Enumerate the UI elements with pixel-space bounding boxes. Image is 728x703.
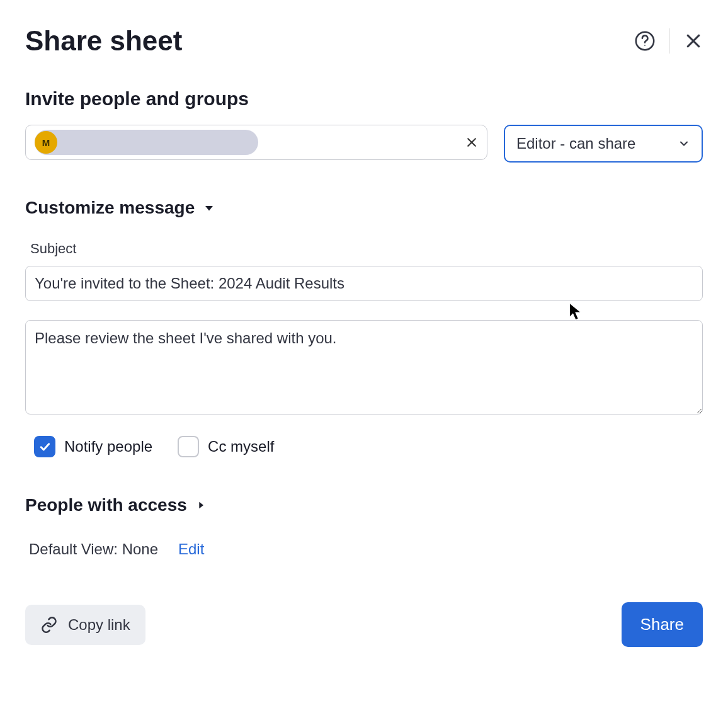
- invite-section: Invite people and groups M Editor - can …: [25, 88, 703, 163]
- notify-label: Notify people: [64, 438, 152, 455]
- copy-link-button[interactable]: Copy link: [25, 605, 145, 645]
- access-heading: People with access: [25, 495, 187, 515]
- notify-people-checkbox[interactable]: Notify people: [34, 436, 152, 457]
- dialog-title: Share sheet: [25, 25, 182, 57]
- edit-default-view-link[interactable]: Edit: [178, 540, 204, 558]
- share-button[interactable]: Share: [622, 602, 703, 647]
- invite-row: M Editor - can share: [25, 125, 703, 163]
- customize-heading: Customize message: [25, 198, 195, 218]
- header-divider: [669, 28, 670, 54]
- help-icon: [634, 30, 656, 52]
- avatar: M: [35, 131, 57, 154]
- people-input[interactable]: M: [25, 125, 487, 160]
- caret-down-icon: [203, 202, 215, 214]
- close-icon: [684, 31, 703, 50]
- chevron-down-icon: [678, 137, 690, 150]
- role-select-label: Editor - can share: [516, 135, 635, 152]
- customize-message-toggle[interactable]: Customize message: [25, 198, 703, 218]
- checkbox-box: [34, 436, 55, 457]
- cc-myself-checkbox[interactable]: Cc myself: [178, 436, 274, 457]
- subject-label: Subject: [30, 241, 703, 257]
- checkbox-row: Notify people Cc myself: [34, 436, 703, 457]
- role-select[interactable]: Editor - can share: [504, 125, 703, 163]
- message-textarea[interactable]: [25, 320, 703, 414]
- people-with-access-toggle[interactable]: People with access: [25, 495, 703, 515]
- checkbox-box: [178, 436, 199, 457]
- header-actions: [634, 28, 703, 54]
- link-icon: [40, 616, 58, 634]
- person-chip[interactable]: M: [35, 131, 57, 154]
- default-view-row: Default View: None Edit: [29, 540, 703, 558]
- close-button[interactable]: [684, 31, 703, 50]
- mouse-cursor: [569, 302, 583, 321]
- dialog-header: Share sheet: [25, 25, 703, 57]
- x-icon: [465, 136, 478, 149]
- subject-input[interactable]: [25, 266, 703, 301]
- cc-label: Cc myself: [208, 438, 274, 455]
- invite-heading: Invite people and groups: [25, 88, 703, 110]
- caret-right-icon: [196, 500, 206, 510]
- clear-input-button[interactable]: [465, 136, 478, 149]
- svg-point-1: [644, 45, 646, 46]
- dialog-footer: Copy link Share: [25, 602, 703, 647]
- default-view-label: Default View: None: [29, 540, 158, 558]
- check-icon: [38, 440, 51, 453]
- copy-link-label: Copy link: [68, 616, 130, 634]
- help-button[interactable]: [634, 30, 656, 52]
